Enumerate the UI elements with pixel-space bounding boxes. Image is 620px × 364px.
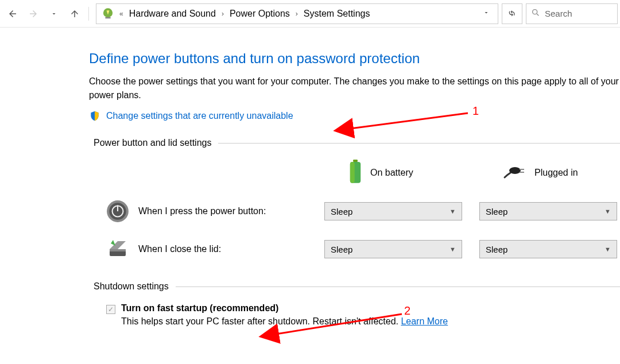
breadcrumb-item[interactable]: System Settings [299,9,375,19]
column-header-battery: On battery [324,160,479,186]
refresh-icon [507,9,517,18]
setting-row-label: When I press the power button: [100,199,324,224]
svg-rect-1 [105,17,111,18]
fast-startup-label: Turn on fast startup (recommended) [121,303,278,313]
svg-rect-4 [353,160,358,162]
fast-startup-checkbox[interactable]: ✓ [106,305,115,314]
svg-rect-6 [350,162,355,183]
shield-icon [89,110,100,122]
power-button-battery-select[interactable]: Sleep ▼ [324,202,462,220]
arrow-left-icon [7,9,18,19]
setting-row-label: When I close the lid: [100,237,324,262]
search-input[interactable]: Search [526,3,618,24]
breadcrumb-dropdown[interactable] [478,9,494,18]
breadcrumb-item[interactable]: Hardware and Sound [125,9,220,19]
section-heading: Shutdown settings [89,281,620,292]
arrow-up-icon [69,9,80,19]
fast-startup-help: This helps start your PC faster after sh… [121,316,620,327]
learn-more-link[interactable]: Learn More [401,316,448,326]
svg-point-2 [533,10,537,14]
refresh-button[interactable] [502,3,522,24]
back-button[interactable] [2,3,23,24]
power-options-icon [100,6,116,22]
chevron-down-icon [51,10,57,17]
chevron-down-icon: ▼ [604,246,611,253]
section-heading-label: Power button and lid settings [89,138,211,148]
page-description: Choose the power settings that you want … [89,75,620,102]
power-button-icon [105,199,130,224]
content-area: Define power buttons and turn on passwor… [0,28,620,327]
separator [88,7,89,21]
breadcrumb-item[interactable]: Power Options [225,9,294,19]
plug-icon [502,164,528,182]
chevron-left-icon: « [118,10,125,18]
column-header-label: Plugged in [534,168,578,178]
laptop-lid-icon [105,237,130,262]
forward-button[interactable] [23,3,44,24]
close-lid-plugged-select[interactable]: Sleep ▼ [479,240,617,258]
svg-rect-9 [520,172,524,173]
close-lid-battery-select[interactable]: Sleep ▼ [324,240,462,258]
chevron-right-icon: › [220,10,225,18]
chevron-right-icon: › [294,10,299,18]
search-icon [531,8,540,19]
column-header-plugged: Plugged in [479,164,620,182]
chevron-down-icon: ▼ [450,246,456,253]
up-button[interactable] [64,3,85,24]
change-settings-link[interactable]: Change settings that are currently unava… [106,111,293,121]
svg-rect-15 [110,249,126,251]
column-header-label: On battery [370,168,413,178]
chevron-down-icon: ▼ [450,208,456,215]
search-placeholder: Search [545,9,572,18]
page-title: Define power buttons and turn on passwor… [89,51,620,67]
svg-rect-8 [520,169,524,170]
breadcrumb[interactable]: « Hardware and Sound › Power Options › S… [96,3,498,24]
arrow-right-icon [28,9,38,19]
navbar: « Hardware and Sound › Power Options › S… [0,0,620,28]
svg-line-3 [537,14,538,16]
power-button-plugged-select[interactable]: Sleep ▼ [479,202,617,220]
section-heading-label: Shutdown settings [89,281,169,292]
svg-point-7 [509,167,521,174]
section-heading: Power button and lid settings [89,138,620,148]
battery-icon [347,160,363,186]
chevron-down-icon: ▼ [604,208,611,215]
recent-locations-button[interactable] [44,3,64,24]
chevron-down-icon [483,9,490,16]
